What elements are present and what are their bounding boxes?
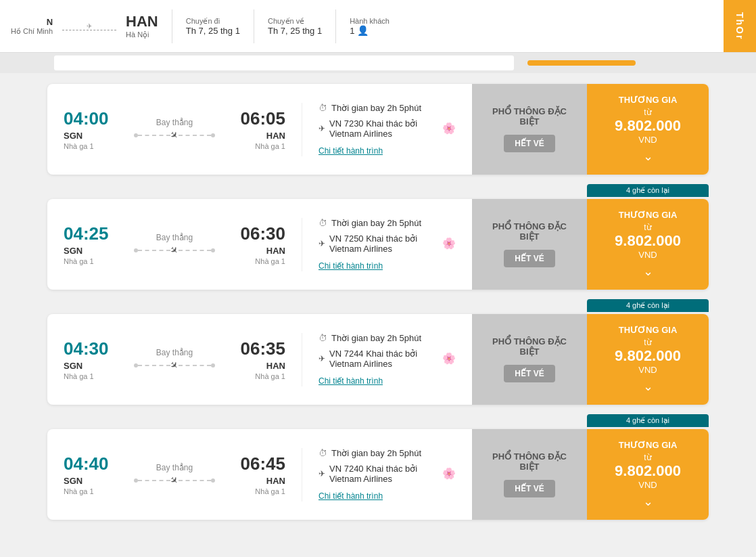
het-ve-button[interactable]: HẾT VÉ	[504, 135, 554, 152]
header-bar: N Hồ Chí Minh ✈ HAN Hà Nội Chuyến đi Th …	[0, 0, 756, 53]
departure-section: 04:00 SGN Nhà ga 1	[64, 108, 118, 150]
chuyen-di-label: Chuyến đi	[186, 17, 240, 26]
route-line: ✈	[134, 245, 215, 256]
route-dot-end	[211, 363, 215, 367]
dep-code: SGN	[64, 476, 118, 486]
dest-section: HAN Hà Nội	[126, 13, 158, 39]
het-ve-button[interactable]: HẾT VÉ	[504, 480, 554, 497]
flight-info: 04:40 SGN Nhà ga 1 Bay thẳng ✈ 06:45 HAN…	[47, 429, 472, 520]
route-dot-end	[211, 478, 215, 483]
plane-route-icon: ✈	[168, 129, 181, 142]
departure-section: 04:40 SGN Nhà ga 1	[64, 453, 118, 495]
hanh-khach-value: 1 👤	[350, 25, 389, 36]
chevron-down-icon: ⌄	[643, 494, 653, 509]
duration-text: Thời gian bay 2h 5phút	[331, 333, 421, 343]
pho-thong-label: PHỔ THÔNG ĐẶC BIỆT	[483, 106, 576, 127]
hanh-khach-section: Hành khách 1 👤	[350, 17, 389, 36]
flight-number-line: ✈ VN 7250 Khai thác bởi Vietnam Airlines…	[318, 233, 456, 254]
chuyen-ve-section: Chuyến về Th 7, 25 thg 1	[268, 17, 322, 36]
clock-icon: ⏱	[318, 218, 327, 228]
vn-logo: 🌸	[442, 467, 456, 480]
bay-thang-label: Bay thẳng	[156, 463, 193, 472]
price-currency: VND	[638, 250, 657, 260]
flight-duration: ⏱ Thời gian bay 2h 5phút	[318, 103, 456, 113]
thuong-gia-column[interactable]: THƯƠNG GIA từ 9.802.000 VND ⌄	[587, 84, 709, 175]
route-dashed-2	[179, 250, 211, 251]
chuyen-ve-date: Th 7, 25 thg 1	[268, 26, 322, 36]
pho-thong-column: PHỔ THÔNG ĐẶC BIỆT HẾT VÉ	[472, 199, 587, 290]
departure-section: 04:30 SGN Nhà ga 1	[64, 338, 118, 380]
flight-duration: ⏱ Thời gian bay 2h 5phút	[318, 333, 456, 343]
pho-thong-label: PHỔ THÔNG ĐẶC BIỆT	[483, 221, 576, 242]
price-from: từ	[644, 223, 651, 232]
route-dashed	[138, 480, 170, 481]
dep-time: 04:25	[64, 223, 118, 244]
chi-tiet-link[interactable]: Chi tiết hành trình	[318, 491, 383, 501]
flight-card: 04:30 SGN Nhà ga 1 Bay thẳng ✈ 06:35 HAN…	[47, 314, 709, 405]
route-section: N Hồ Chí Minh ✈ HAN Hà Nội	[11, 13, 158, 39]
route-dashed-2	[179, 480, 211, 481]
clock-icon: ⏱	[318, 103, 327, 113]
chevron-down-icon: ⌄	[643, 264, 653, 279]
route-dashed	[138, 135, 170, 136]
flight-card: 04:25 SGN Nhà ga 1 Bay thẳng ✈ 06:30 HAN…	[47, 199, 709, 290]
arrival-section: 06:30 HAN Nhà ga 1	[231, 223, 285, 265]
vn-logo: 🌸	[442, 122, 456, 135]
price-from: từ	[644, 453, 651, 462]
thuong-gia-label: THƯƠNG GIA	[619, 325, 678, 335]
arrival-section: 06:05 HAN Nhà ga 1	[231, 108, 285, 150]
seats-badge: 4 ghế còn lại	[587, 184, 709, 197]
price-from: từ	[644, 108, 651, 117]
bay-thang-label: Bay thẳng	[156, 118, 193, 127]
thuong-gia-column[interactable]: THƯƠNG GIA từ 9.802.000 VND ⌄	[587, 199, 709, 290]
bay-thang-label: Bay thẳng	[156, 233, 193, 242]
thuong-gia-column[interactable]: THƯƠNG GIA từ 9.802.000 VND ⌄	[587, 314, 709, 405]
flight-plane-icon: ✈	[318, 239, 325, 248]
het-ve-button[interactable]: HẾT VÉ	[504, 250, 554, 267]
divider-3	[335, 9, 336, 43]
arr-code: HAN	[231, 476, 285, 486]
price-currency: VND	[638, 365, 657, 375]
flight-card: 04:00 SGN Nhà ga 1 Bay thẳng ✈ 06:05 HAN…	[47, 84, 709, 175]
dep-time: 04:30	[64, 338, 118, 359]
vn-logo: 🌸	[442, 352, 456, 365]
arrival-section: 06:45 HAN Nhà ga 1	[231, 453, 285, 495]
dest-city: Hà Nội	[126, 30, 158, 39]
flight-details: ⏱ Thời gian bay 2h 5phút ✈ VN 7240 Khai …	[302, 448, 456, 502]
duration-text: Thời gian bay 2h 5phút	[331, 218, 421, 228]
flight-plane-icon: ✈	[318, 124, 325, 133]
price-from: từ	[644, 338, 651, 347]
pho-thong-label: PHỔ THÔNG ĐẶC BIỆT	[483, 336, 576, 357]
flight-plane-icon: ✈	[318, 469, 325, 478]
chi-tiet-link[interactable]: Chi tiết hành trình	[318, 146, 383, 156]
route-dot-end	[211, 248, 215, 252]
progress-bar	[527, 60, 636, 66]
dep-code: SGN	[64, 246, 118, 256]
route-dashed-2	[179, 135, 211, 136]
seats-badge: 4 ghế còn lại	[587, 299, 709, 312]
flight-number-line: ✈ VN 7230 Khai thác bởi Vietnam Airlines…	[318, 118, 456, 139]
thuong-gia-label: THƯƠNG GIA	[619, 95, 678, 105]
chi-tiet-link[interactable]: Chi tiết hành trình	[318, 376, 383, 386]
hanh-khach-label: Hành khách	[350, 17, 389, 25]
dep-time: 04:00	[64, 108, 118, 129]
arr-terminal: Nhà ga 1	[231, 142, 285, 150]
het-ve-button[interactable]: HẾT VÉ	[504, 365, 554, 382]
thor-button[interactable]: ThOr	[724, 0, 756, 52]
arrow-line: ✈	[87, 22, 92, 30]
search-input-bar[interactable]	[54, 55, 514, 70]
price-amount: 9.802.000	[615, 117, 681, 135]
origin-code: N	[11, 17, 53, 27]
vn-logo: 🌸	[442, 237, 456, 250]
chi-tiet-link[interactable]: Chi tiết hành trình	[318, 261, 383, 271]
plane-route-icon: ✈	[168, 474, 181, 487]
clock-icon: ⏱	[318, 333, 327, 343]
route-middle: Bay thẳng ✈	[134, 233, 215, 256]
bay-thang-label: Bay thẳng	[156, 348, 193, 357]
dep-code: SGN	[64, 361, 118, 371]
route-dashed-2	[179, 365, 211, 366]
chevron-down-icon: ⌄	[643, 149, 653, 164]
thuong-gia-column[interactable]: THƯƠNG GIA từ 9.802.000 VND ⌄	[587, 429, 709, 520]
thuong-gia-label: THƯƠNG GIA	[619, 210, 678, 220]
price-amount: 9.802.000	[615, 347, 681, 365]
